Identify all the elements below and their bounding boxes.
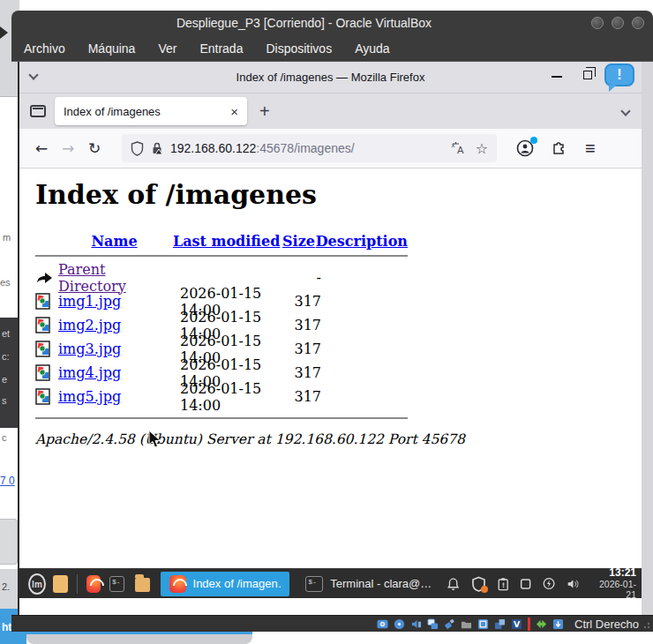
file-link[interactable]: Parent Directory xyxy=(58,261,126,295)
menu-ver[interactable]: Ver xyxy=(158,41,176,56)
window-square-icon[interactable] xyxy=(520,577,531,591)
window-button-minimize[interactable] xyxy=(591,17,604,29)
page-title: Index of /imagenes xyxy=(35,179,642,210)
vrde-status-icon[interactable]: V xyxy=(511,618,522,630)
audio-status-icon[interactable] xyxy=(410,618,422,630)
firefox-titlebar[interactable]: Index of /imagenes — Mozilla Firefox ! xyxy=(19,62,642,94)
firefox-minimize-button[interactable] xyxy=(552,76,562,78)
volume-icon[interactable] xyxy=(567,577,580,591)
host-arrow-icon xyxy=(0,26,8,39)
update-manager-shield-icon[interactable] xyxy=(471,576,486,592)
host-link-fragment: 7 0 xyxy=(0,475,15,487)
window-button-close[interactable] xyxy=(632,17,644,29)
shared-folders-status-icon[interactable] xyxy=(461,618,472,630)
tab-close-icon[interactable]: × xyxy=(225,104,238,119)
menu-archivo[interactable]: Archivo xyxy=(24,41,65,56)
virtualbox-titlebar[interactable]: Despliegue_P3 [Corriendo] - Oracle Virtu… xyxy=(11,11,653,35)
host-panel-fragment xyxy=(0,519,18,565)
parent-directory-icon xyxy=(35,271,58,285)
vm-screen-gutter xyxy=(642,62,653,615)
menu-ayuda[interactable]: Ayuda xyxy=(355,41,389,56)
new-tab-button[interactable]: + xyxy=(259,101,270,122)
sort-by-name-link[interactable]: Name xyxy=(91,233,137,250)
tab-index-of-imagenes[interactable]: Index of /imagenes × xyxy=(55,97,247,125)
display-status-icon[interactable] xyxy=(477,618,489,630)
url-text[interactable]: 192.168.60.122:45678/imagenes/ xyxy=(170,141,451,155)
host-text-fragment: c xyxy=(2,432,7,443)
host-text-fragment: 2. xyxy=(0,569,19,609)
task-button-firefox[interactable]: Index of /imagen… xyxy=(161,572,289,596)
divider xyxy=(35,417,408,419)
firefox-view-icon[interactable] xyxy=(30,105,46,117)
clipboard-alert-icon[interactable]: ! xyxy=(498,576,508,592)
bookmark-star-icon[interactable]: ☆ xyxy=(476,140,488,157)
network-status-icon[interactable] xyxy=(427,618,439,630)
lock-warning-icon[interactable] xyxy=(151,141,163,155)
virtualbox-statusbar: V Ctrl Derecho xyxy=(11,615,653,632)
extensions-puzzle-icon[interactable] xyxy=(552,140,567,156)
recording-status-icon[interactable] xyxy=(494,618,506,630)
terminal-icon: $- xyxy=(305,576,323,592)
menu-entrada[interactable]: Entrada xyxy=(199,41,243,56)
vm-taskbar: lm $- Index of /imagen… $- Terminal - cl… xyxy=(19,568,642,598)
svg-text:A: A xyxy=(457,145,464,155)
menu-dispositivos[interactable]: Dispositivos xyxy=(266,41,332,56)
mint-menu-icon[interactable]: lm xyxy=(28,573,46,595)
listing-header: Name Last modified Size Description xyxy=(35,233,408,250)
task-button-terminal[interactable]: $- Terminal - clara@… xyxy=(296,572,440,596)
svg-text:ᕁ: ᕁ xyxy=(451,143,455,153)
mouse-cursor xyxy=(148,430,162,449)
tab-overflow-chevron-icon[interactable] xyxy=(620,106,630,116)
firefox-restore-button[interactable] xyxy=(583,71,592,79)
account-icon[interactable] xyxy=(516,139,534,157)
sort-by-size-link[interactable]: Size xyxy=(282,233,315,250)
mouse-integration-status-icon[interactable] xyxy=(536,618,547,630)
sort-by-description-link[interactable]: Description xyxy=(316,233,408,250)
taskbar-clock[interactable]: 13:21 2026-01-21 xyxy=(597,567,636,601)
virtualbox-window-title: Despliegue_P3 [Corriendo] - Oracle Virtu… xyxy=(11,16,597,30)
notifications-bell-icon[interactable] xyxy=(447,576,459,592)
page-content: Index of /imagenes Name Last modified Si… xyxy=(19,168,642,584)
svg-text:!: ! xyxy=(501,581,504,589)
firefox-launcher-icon[interactable] xyxy=(86,575,101,593)
tab-title: Index of /imagenes xyxy=(64,105,225,118)
host-dark-window-fragment: et c: e s xyxy=(0,318,18,428)
show-desktop-icon[interactable] xyxy=(53,575,68,593)
server-signature: Apache/2.4.58 (Ubuntu) Server at 192.168… xyxy=(35,431,642,447)
optical-disc-status-icon[interactable] xyxy=(394,618,405,630)
hdd-status-icon[interactable] xyxy=(377,618,388,630)
file-link[interactable]: img1.jpg xyxy=(58,293,121,310)
file-link[interactable]: img4.jpg xyxy=(58,364,121,381)
table-row-img5: img5.jpg 2026-01-15 14:00 317 xyxy=(35,385,408,408)
files-launcher-icon[interactable] xyxy=(135,578,150,592)
host-desktop-sliver: m es et c: e s c 7 0 2. xyxy=(0,0,19,644)
reload-button[interactable]: ↻ xyxy=(81,139,108,157)
menu-maquina[interactable]: Máquina xyxy=(88,41,136,56)
translate-icon[interactable]: ᕁA xyxy=(451,141,467,155)
system-tray: ! 13:21 2026-01-21 xyxy=(447,567,636,601)
file-link[interactable]: img3.jpg xyxy=(58,341,121,357)
window-button-maximize[interactable] xyxy=(612,17,624,29)
usb-status-icon[interactable] xyxy=(444,618,455,630)
terminal-launcher-icon[interactable]: $- xyxy=(109,576,124,592)
back-button[interactable]: ← xyxy=(28,139,55,157)
resize-grip[interactable] xyxy=(642,620,650,629)
app-menu-icon[interactable]: ≡ xyxy=(585,139,596,159)
host-window-bottom-edge xyxy=(26,632,252,644)
host-key-label: Ctrl Derecho xyxy=(574,618,639,631)
forward-button[interactable]: → xyxy=(55,139,81,157)
url-bar[interactable]: 192.168.60.122:45678/imagenes/ ᕁA ☆ xyxy=(122,134,497,162)
virtualbox-menubar: Archivo Máquina Ver Entrada Dispositivos… xyxy=(11,35,653,62)
image-file-icon xyxy=(35,341,58,357)
svg-text:V: V xyxy=(514,619,521,629)
account-notification-dot xyxy=(530,137,537,144)
keyboard-capture-status-icon[interactable] xyxy=(552,618,564,630)
notification-bubble-icon[interactable]: ! xyxy=(604,64,634,86)
sort-by-modified-link[interactable]: Last modified xyxy=(173,233,280,250)
file-link[interactable]: img5.jpg xyxy=(58,388,121,405)
divider xyxy=(35,255,408,257)
image-file-icon xyxy=(35,317,58,333)
tracking-shield-icon[interactable] xyxy=(131,141,144,156)
power-manager-icon[interactable] xyxy=(543,576,555,591)
file-link[interactable]: img2.jpg xyxy=(58,317,121,333)
